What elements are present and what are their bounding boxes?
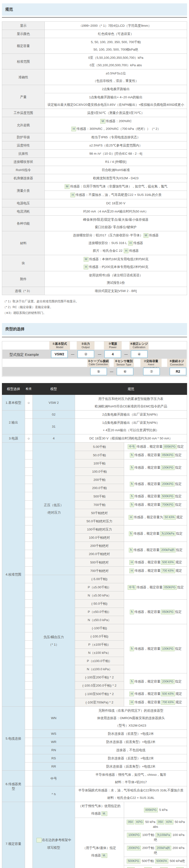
format-header-jp: ⑦定格容量	[141, 360, 161, 363]
spec-value: DC 18至30 V	[45, 199, 187, 208]
check-cell	[25, 771, 33, 786]
text-line: 0至（50,100,200,500,700）kPa abs	[47, 63, 185, 67]
check-cell	[25, 682, 33, 690]
check-cell	[25, 501, 33, 509]
spec-value: ±2.5%FS（在25℃参考温度范围内）	[45, 142, 187, 150]
code-badge: 为100kPa	[160, 531, 176, 536]
selection-row: 3.电源○4DC 18至30 V（模拟输出时消耗电流约为30 mA * 50 m…	[2, 434, 187, 442]
check-cell	[25, 738, 33, 746]
spec-value: 2点集电极开路输出	[45, 85, 187, 93]
model-note-cell: 在右边的参考框架中填写模型	[33, 802, 75, 868]
format-header-en: Model	[49, 345, 70, 349]
selection-header-row: 模型选择 检查 模型 规范	[2, 383, 187, 395]
range-cell: 200千帕	[75, 476, 124, 484]
format-header-output: ②出力 Output	[77, 341, 95, 349]
capacity-desc-cell: （对于惰性气体）使用指定的传感器M.	[75, 802, 124, 818]
code-badge: ħ	[130, 482, 134, 487]
capacity-value-cell: 700 KPG 700 kPa 700 KPA 700 kPaabs	[124, 865, 187, 868]
code-badge: ħ	[129, 548, 133, 552]
spec-label: 抗振性	[2, 150, 45, 158]
text-line: 防水连接器（前直角型）+电缆2米	[77, 740, 185, 744]
text-line: 膜片：哈氏合金C 22 H传感器	[47, 248, 185, 253]
header-model: 模型	[33, 383, 75, 395]
text-line: 相当于IP65（专用电缆连接状态）	[47, 135, 185, 140]
spec-value: 使用说明书1份（请注明日语或英语）测试报告1份	[45, 271, 187, 287]
spec-label: 连接螺纹形状	[2, 158, 45, 166]
format-dash: —	[122, 350, 129, 358]
code-badge: ħ	[130, 679, 134, 684]
section-name-cell: 6.传感器类型	[2, 771, 25, 802]
check-cell	[25, 616, 33, 624]
format-header-rated-capacity: ⑦定格容量 Rated Capacity(R.C.)	[141, 359, 161, 367]
check-cell	[25, 624, 33, 632]
format-header-power: ③電源 Power	[104, 341, 122, 349]
section-name-cell: 2.输出	[2, 410, 25, 434]
selection-row: 1.基本模型○VSW 2用于低压和绝对压力的紧凑型智能数字压力表欧洲欧洲RoHS…	[2, 395, 187, 410]
calibration-row: (-50.0千帕)ħ传感器，额定容量050KPG指定	[2, 600, 187, 608]
text-line: （对于惰性气体）使用指定的	[77, 804, 122, 808]
code-badge: 500KPA	[155, 859, 168, 863]
spec-label: 测量介质	[2, 182, 45, 199]
spec-row: 测量介质M传感器：仅用于惰性气体（非腐蚀性气体），如空气，硫化氢，氩气	[2, 182, 187, 191]
spec-label: 准确性	[2, 69, 45, 85]
code-badge: H	[129, 692, 134, 696]
sensor-spec-cell: ħ传感器，额定容量为100kPa指定	[124, 525, 187, 542]
model-cell: 中号	[33, 771, 75, 786]
range-cell: P（±50.0千帕）	[75, 608, 124, 616]
check-cell	[25, 492, 33, 501]
text-line: 设定输出最大额定DC30V20毫安残余电压0.85V（在NPN输出）+模拟输出负…	[47, 102, 185, 107]
format-dash: —	[69, 350, 76, 358]
check-cell	[25, 657, 33, 665]
code-badge: 700 KPA	[161, 700, 175, 705]
calibration-row: 700千帕ħ传感器，额定容量700KPG指定	[2, 501, 187, 509]
range-cell: (-5.00千帕)	[75, 575, 124, 583]
spec-value: ±0.5%FS±1位（包括非线性，滞后，重复性）	[45, 69, 187, 85]
spec-cell: 防水连接器（后直角型）+电缆2米	[75, 763, 187, 771]
capacity-value-cell: 500KPG 500千帕 500KPA 500 kPa绝	[124, 857, 187, 865]
capacity-value-cell: 200KPG 200千帕 200kPa的 200 kPa绝	[124, 844, 187, 857]
text-line: H传感器：不腐蚀水，油，气等高硬度C22 + SUS 316L的介质	[47, 192, 185, 197]
code-badge: 500 KPA	[161, 560, 175, 565]
calibration-row: 500千帕绝对H传感器，额定容量500 KPA规定	[2, 558, 187, 567]
calibration-row: 200千帕ħ传感器，额定容量200KPG指定	[2, 476, 187, 484]
check-cell	[25, 730, 33, 738]
format-example-label: 型式指定 Example	[9, 351, 39, 359]
text-line: 体使用连接器：OMRON面板安装的连接器插头	[77, 716, 185, 720]
spec-value: 峰值保持/阻尼/固定零点/最大值/最小值存储器窗口比较器/ 零点移位/键保护	[45, 216, 187, 231]
code-badge: 100KPG	[161, 465, 175, 470]
spec-value: 连接螺纹部分：铝2017（压力接收部分·半导体）M传感器连接螺纹部分：SUS 3…	[45, 231, 187, 255]
code-badge: M	[65, 184, 70, 189]
text-line: 温度0至50℃（测量介质温度0至70℃）	[47, 111, 185, 115]
footnote: （* 2）RC（额定容量）是额定容量。	[3, 304, 186, 310]
spec-value: H传感器：不腐蚀水，油，气等高硬度C22 + SUS 316L的介质	[45, 191, 187, 199]
range-cell: 50.0千帕绝对压力	[75, 517, 124, 525]
range-cell: 5.00千帕	[75, 442, 124, 451]
text-line: 5, 50, 100, 200, 350, 500, 700千帕	[47, 40, 185, 44]
spec-row: 额定容量5, 50, 100, 200, 350, 500, 700千帕50, …	[2, 38, 187, 54]
range-cell: 700千帕	[75, 501, 124, 509]
text-line: 红色或绿色（可选设置）	[47, 32, 185, 36]
range-cell: (-100至200千帕) * 2	[75, 673, 124, 682]
spec-cell: 连接器，不包括电缆	[75, 746, 187, 754]
spec-label: 显示颜色	[2, 30, 45, 38]
check-cell	[25, 690, 33, 698]
text-line: 半导体传感器：惰性气体，如空气，chisso，氩等	[77, 772, 185, 777]
check-cell	[25, 525, 33, 534]
capacity-value-cell: 005KPG 5 kPa	[124, 802, 187, 818]
range-cell: P（±5.00千帕）	[75, 583, 124, 591]
code-badge: 700KPG	[161, 502, 175, 507]
spec-value: 约30 mA（4 mA至20 mA输出时约为50 mA）	[45, 208, 187, 216]
selection-row: 2.输出022点集电极开路输出（出厂设置为NPN）	[2, 410, 187, 419]
section-divider	[2, 17, 187, 18]
selection-row: WS防水连接器（前直型）+电缆2米	[2, 730, 187, 738]
check-cell	[25, 567, 33, 575]
code-badge: H	[124, 249, 128, 253]
code-badge: 700 KPA	[161, 568, 175, 573]
format-header-en: Sensor Type	[114, 363, 134, 366]
check-cell	[25, 517, 33, 525]
check-cell	[25, 468, 33, 476]
range-cell: N（±100 kPa）	[75, 649, 124, 657]
check-cell	[25, 442, 33, 451]
code-badge: 200KPG	[161, 679, 175, 684]
spec-row: 产量2点集电极开路输出	[2, 85, 187, 93]
